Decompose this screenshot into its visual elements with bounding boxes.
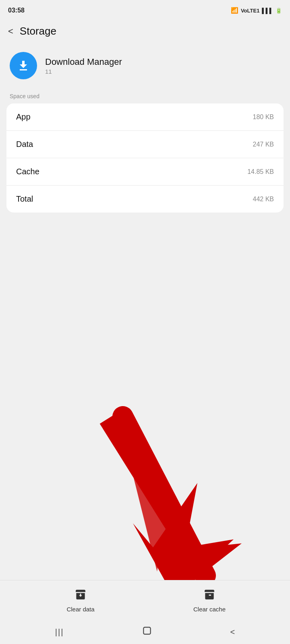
battery-icon: 🔋 (276, 8, 282, 14)
status-time: 03:58 (8, 7, 25, 14)
download-icon (16, 58, 31, 73)
clear-cache-button[interactable]: Clear cache (185, 588, 234, 613)
nav-menu-icon[interactable]: ||| (55, 627, 64, 637)
svg-line-5 (108, 419, 197, 561)
header: < Storage (0, 20, 290, 42)
clear-data-icon (74, 588, 87, 603)
data-value: 247 KB (253, 141, 274, 148)
status-bar: 03:58 📶 VoLTE1 ▌▌▌ 🔋 (0, 0, 290, 20)
signal-bars-icon: ▌▌▌ (262, 8, 273, 14)
signal-icon: VoLTE1 (241, 8, 259, 14)
home-square-icon (142, 625, 152, 636)
total-label: Total (16, 194, 33, 204)
back-button[interactable]: < (8, 26, 13, 37)
svg-line-1 (123, 417, 205, 576)
clear-data-label: Clear data (66, 606, 94, 613)
page-title: Storage (20, 25, 56, 37)
cache-value: 14.85 KB (247, 168, 274, 175)
clear-data-svg-icon (74, 588, 87, 601)
storage-row-data: Data 247 KB (6, 131, 284, 158)
data-label: Data (16, 140, 33, 149)
nav-home-icon[interactable] (142, 625, 152, 638)
app-info-section: Download Manager 11 (0, 42, 290, 91)
svg-marker-2 (133, 483, 234, 596)
section-label: Space used (0, 91, 290, 103)
nav-bar: ||| < (0, 620, 290, 644)
bottom-actions: Clear data Clear cache (0, 580, 290, 620)
app-value: 180 KB (253, 114, 274, 121)
storage-card: App 180 KB Data 247 KB Cache 14.85 KB To… (6, 103, 284, 213)
storage-row-cache: Cache 14.85 KB (6, 158, 284, 186)
app-icon (10, 52, 37, 79)
clear-cache-svg-icon (203, 588, 216, 601)
svg-rect-7 (143, 627, 150, 634)
nav-back-icon[interactable]: < (230, 627, 235, 637)
storage-row-total: Total 442 KB (6, 186, 284, 213)
wifi-icon: 📶 (231, 7, 238, 14)
clear-cache-icon (203, 588, 216, 603)
app-version: 11 (45, 68, 122, 75)
storage-row-app: App 180 KB (6, 103, 284, 131)
svg-marker-0 (117, 411, 218, 600)
app-name: Download Manager (45, 57, 122, 67)
status-icons: 📶 VoLTE1 ▌▌▌ 🔋 (231, 7, 282, 14)
app-text: Download Manager 11 (45, 57, 122, 75)
total-value: 442 KB (253, 196, 274, 203)
svg-marker-4 (99, 415, 218, 600)
clear-data-button[interactable]: Clear data (56, 588, 105, 613)
clear-cache-label: Clear cache (193, 606, 226, 613)
app-label: App (16, 112, 31, 122)
cache-label: Cache (16, 167, 39, 176)
